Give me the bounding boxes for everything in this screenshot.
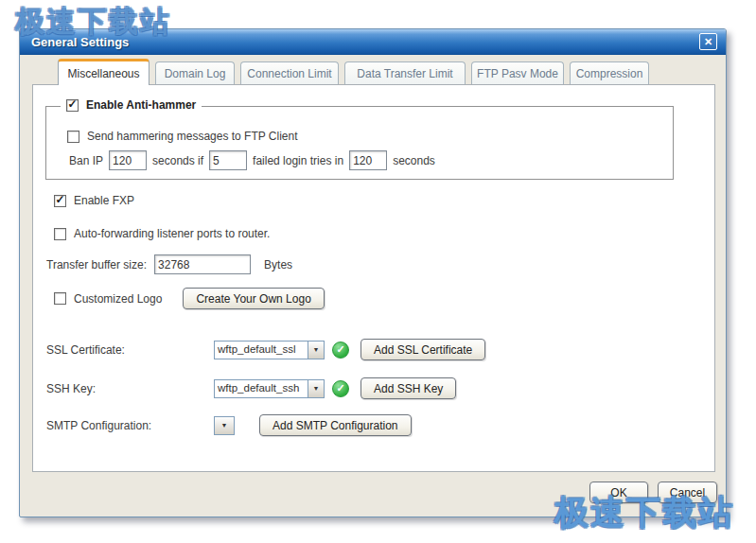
buffer-size-input[interactable]	[154, 254, 251, 274]
failed-tries-input[interactable]	[209, 150, 247, 170]
close-icon[interactable]: ✕	[699, 33, 717, 50]
ssh-valid-check-icon: ✓	[332, 380, 349, 397]
enable-anti-hammer-checkbox[interactable]: ✓	[66, 99, 79, 112]
enable-fxp-checkbox[interactable]: ✓	[54, 195, 66, 207]
ssl-certificate-label: SSL Certificate:	[46, 343, 206, 357]
ban-ip-row: Ban IP seconds if failed login tries in …	[69, 150, 435, 170]
enable-anti-hammer-label: Enable Anti-hammer	[86, 98, 196, 112]
chevron-down-icon[interactable]: ▼	[215, 417, 234, 434]
buffer-size-row: Transfer buffer size: Bytes	[46, 254, 292, 274]
customized-logo-row: Customized Logo Create Your Own Logo	[54, 288, 325, 309]
smtp-configuration-select[interactable]: ▼	[214, 416, 235, 435]
screenshot-page: 极速下载站 General Settings ✕ Miscellaneous D…	[0, 0, 756, 543]
send-hammering-label: Send hammering messages to FTP Client	[87, 130, 298, 143]
tab-connection-limit[interactable]: Connection Limit	[240, 61, 339, 85]
ban-seconds-input[interactable]	[109, 150, 147, 170]
tab-compression[interactable]: Compression	[570, 61, 649, 85]
tab-label: FTP Pasv Mode	[477, 67, 558, 80]
ssl-valid-check-icon: ✓	[332, 342, 349, 359]
ssh-key-label: SSH Key:	[46, 382, 206, 395]
failed-login-label: failed login tries in	[253, 154, 343, 167]
customized-logo-checkbox[interactable]	[54, 292, 66, 305]
ssl-certificate-row: SSL Certificate: wftp_default_ssl ▼ ✓ Ad…	[46, 339, 485, 360]
smtp-configuration-row: SMTP Configuration: ▼ Add SMTP Configura…	[46, 414, 412, 436]
chevron-down-icon[interactable]: ▼	[308, 380, 324, 397]
anti-hammer-groupbox: ✓ Enable Anti-hammer Send hammering mess…	[45, 106, 674, 180]
ssh-key-value: wftp_default_ssh	[215, 380, 308, 397]
seconds-suffix-label: seconds	[393, 154, 435, 167]
tab-miscellaneous[interactable]: Miscellaneous	[58, 59, 149, 85]
enable-fxp-label: Enable FXP	[74, 194, 134, 207]
window-seconds-input[interactable]	[349, 150, 387, 170]
ban-ip-prefix-label: Ban IP	[69, 154, 103, 167]
tab-domain-log[interactable]: Domain Log	[155, 61, 235, 85]
check-icon: ✓	[55, 194, 64, 205]
dialog-titlebar[interactable]: General Settings ✕	[20, 29, 726, 55]
tab-data-transfer-limit[interactable]: Data Transfer Limit	[344, 61, 466, 85]
tab-label: Miscellaneous	[67, 67, 139, 80]
anti-hammer-legend: ✓ Enable Anti-hammer	[61, 98, 202, 112]
tab-label: Domain Log	[165, 67, 226, 80]
tab-label: Data Transfer Limit	[357, 67, 452, 80]
ssl-certificate-value: wftp_default_ssl	[215, 342, 308, 359]
send-hammering-checkbox[interactable]	[67, 131, 79, 143]
auto-forwarding-row: Auto-forwarding listener ports to router…	[54, 227, 270, 240]
seconds-if-label: seconds if	[152, 154, 203, 167]
cancel-button[interactable]: Cancel	[658, 482, 717, 503]
add-smtp-configuration-button[interactable]: Add SMTP Configuration	[259, 414, 412, 436]
general-settings-dialog: General Settings ✕ Miscellaneous Domain …	[19, 28, 727, 517]
create-logo-button[interactable]: Create Your Own Logo	[183, 288, 324, 309]
tab-label: Compression	[576, 67, 643, 80]
enable-fxp-row: ✓ Enable FXP	[54, 194, 134, 207]
dialog-title: General Settings	[31, 35, 129, 49]
tab-label: Connection Limit	[247, 67, 331, 80]
smtp-configuration-label: SMTP Configuration:	[46, 419, 206, 432]
buffer-size-label: Transfer buffer size:	[46, 258, 147, 272]
buffer-unit-label: Bytes	[264, 258, 292, 272]
ssl-certificate-select[interactable]: wftp_default_ssl ▼	[214, 341, 325, 359]
tab-ftp-pasv-mode[interactable]: FTP Pasv Mode	[471, 61, 564, 85]
ssh-key-row: SSH Key: wftp_default_ssh ▼ ✓ Add SSH Ke…	[46, 377, 456, 399]
auto-forwarding-checkbox[interactable]	[54, 228, 66, 240]
ssh-key-select[interactable]: wftp_default_ssh ▼	[214, 379, 325, 398]
add-ssh-key-button[interactable]: Add SSH Key	[360, 377, 456, 399]
chevron-down-icon[interactable]: ▼	[308, 342, 324, 359]
tab-content-panel: ✓ Enable Anti-hammer Send hammering mess…	[32, 84, 715, 472]
auto-forwarding-label: Auto-forwarding listener ports to router…	[74, 227, 270, 240]
check-icon: ✓	[67, 98, 77, 110]
add-ssl-certificate-button[interactable]: Add SSL Certificate	[360, 339, 485, 360]
customized-logo-label: Customized Logo	[74, 292, 162, 306]
send-hammering-row: Send hammering messages to FTP Client	[67, 130, 298, 143]
ok-button[interactable]: OK	[589, 482, 648, 503]
